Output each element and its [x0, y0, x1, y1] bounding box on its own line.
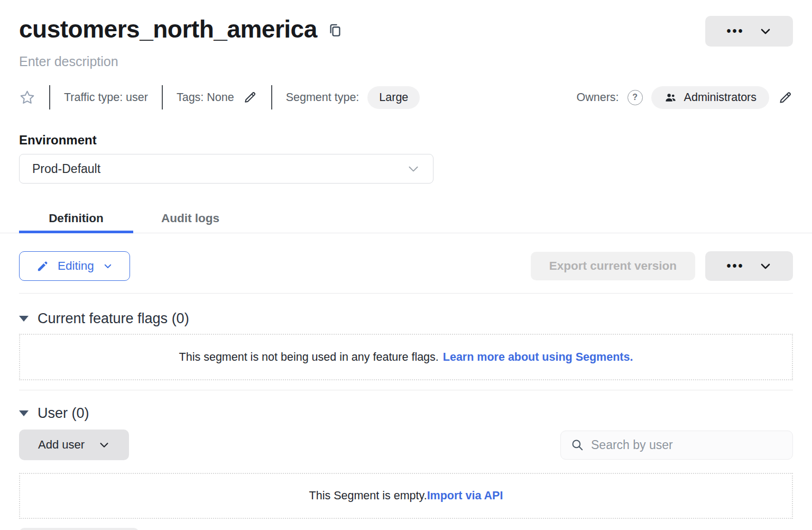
add-user-button[interactable]: Add user [19, 430, 129, 460]
tab-definition[interactable]: Definition [19, 204, 133, 233]
learn-more-segments-link[interactable]: Learn more about using Segments. [443, 351, 633, 364]
pencil-icon [36, 260, 49, 272]
chevron-down-icon [759, 25, 772, 38]
divider-vertical [271, 85, 272, 109]
chevron-down-icon [98, 439, 110, 451]
tags-label: Tags: None [177, 91, 234, 104]
user-section-header[interactable]: User (0) [0, 405, 812, 422]
toolbar-more-button[interactable]: ••• [705, 251, 793, 281]
environment-select[interactable]: Prod-Default [19, 154, 433, 184]
feature-flags-section-header[interactable]: Current feature flags (0) [0, 310, 812, 327]
chevron-down-icon [759, 260, 772, 272]
help-icon[interactable]: ? [628, 90, 643, 105]
tab-bar: Definition Audit logs [0, 204, 812, 233]
divider-vertical [162, 85, 163, 109]
owners-pill[interactable]: Administrators [651, 86, 769, 109]
people-icon [664, 92, 677, 104]
user-section-title: User (0) [38, 405, 89, 422]
feature-flags-section-title: Current feature flags (0) [38, 310, 189, 327]
divider-horizontal [19, 390, 793, 390]
edit-owners-pencil-icon[interactable] [778, 90, 793, 105]
search-by-user-input[interactable] [590, 437, 783, 453]
feature-flags-empty-text: This segment is not being used in any fe… [179, 351, 439, 364]
definition-toolbar: Editing Export current version ••• [0, 251, 812, 281]
divider-vertical [49, 85, 50, 109]
ellipsis-icon: ••• [726, 25, 744, 38]
edit-tags-pencil-icon[interactable] [243, 90, 257, 105]
owners-label: Owners: [577, 91, 619, 104]
search-by-user-field[interactable] [560, 431, 793, 460]
user-toolbar: Add user [0, 430, 812, 460]
partial-button-cutoff[interactable] [19, 528, 139, 530]
chevron-down-icon [407, 162, 420, 176]
editing-status-label: Editing [58, 259, 94, 273]
copy-icon[interactable] [328, 22, 343, 39]
caret-down-icon [19, 316, 29, 322]
search-icon [570, 438, 584, 452]
editing-status-button[interactable]: Editing [19, 251, 130, 281]
divider-horizontal [19, 293, 793, 294]
tab-audit-logs[interactable]: Audit logs [133, 204, 247, 233]
environment-selected-value: Prod-Default [32, 162, 100, 176]
export-current-version-button[interactable]: Export current version [531, 252, 695, 280]
user-empty-text: This Segment is empty. [309, 489, 427, 502]
feature-flags-empty-state: This segment is not being used in any fe… [19, 334, 793, 380]
import-via-api-link[interactable]: Import via API [427, 489, 503, 502]
add-user-label: Add user [38, 438, 85, 452]
ellipsis-icon: ••• [726, 260, 744, 272]
segment-type-badge: Large [367, 86, 420, 109]
segment-type-label: Segment type: [286, 91, 359, 104]
page-header: customers_north_america ••• [0, 0, 812, 47]
traffic-type-label: Traffic type: user [64, 91, 148, 104]
star-icon[interactable] [19, 89, 35, 106]
caret-down-icon [19, 410, 29, 416]
environment-label: Environment [0, 133, 812, 148]
chevron-down-icon [103, 261, 113, 271]
meta-row: Traffic type: user Tags: None Segment ty… [0, 85, 812, 109]
owners-value: Administrators [684, 91, 756, 104]
page-title: customers_north_america [19, 16, 317, 43]
description-placeholder[interactable]: Enter description [0, 54, 812, 69]
header-more-button[interactable]: ••• [705, 16, 793, 47]
user-empty-state: This Segment is empty. Import via API [19, 473, 793, 519]
